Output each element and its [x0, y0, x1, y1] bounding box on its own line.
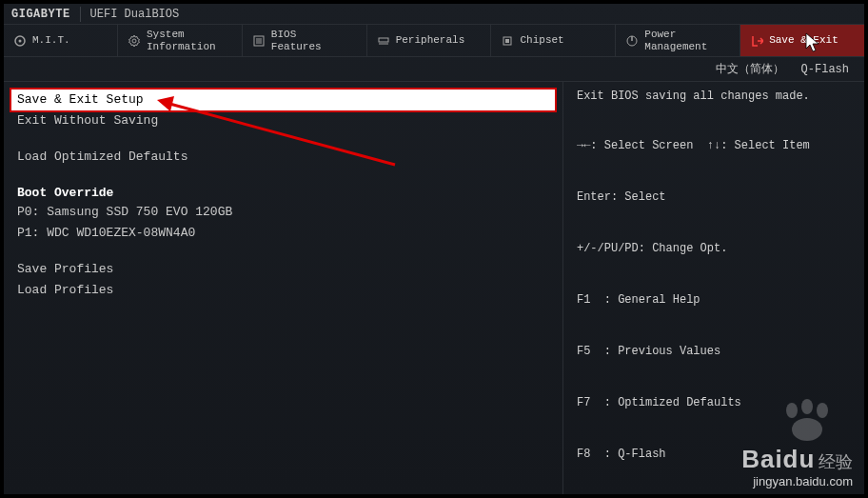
svg-point-1 [19, 39, 22, 42]
menu-save-exit-setup[interactable]: Save & Exit Setup [11, 90, 555, 110]
tab-peripherals[interactable]: Peripherals [367, 25, 492, 56]
brand-logo: GIGABYTE [11, 8, 70, 21]
divider [80, 7, 81, 22]
menu-save-profiles[interactable]: Save Profiles [4, 259, 562, 280]
legend-line: F5 : Previous Values [577, 343, 851, 360]
sub-toolbar: 中文（简体） Q-Flash [4, 57, 864, 82]
power-icon [625, 34, 639, 48]
spacer [4, 131, 562, 147]
svg-point-2 [132, 39, 136, 43]
exit-icon [750, 34, 763, 48]
menu-load-optimized-defaults[interactable]: Load Optimized Defaults [4, 147, 562, 168]
list-icon [252, 34, 266, 48]
help-description: Exit BIOS saving all changes made. [577, 90, 851, 103]
tab-chipset[interactable]: Chipset [491, 25, 616, 56]
main-content: Save & Exit Setup Exit Without Saving Lo… [4, 82, 864, 494]
legend-line: +/-/PU/PD: Change Opt. [577, 240, 851, 257]
qflash-button[interactable]: Q-Flash [801, 63, 849, 76]
menu-exit-without-saving[interactable]: Exit Without Saving [4, 110, 562, 131]
tab-label: M.I.T. [32, 34, 70, 46]
boot-override-p1[interactable]: P1: WDC WD10EZEX-08WN4A0 [4, 223, 562, 244]
boot-override-header: Boot Override [4, 184, 562, 202]
help-pane: Exit BIOS saving all changes made. →←: S… [562, 82, 864, 494]
tab-label: Save & Exit [769, 34, 838, 46]
legend-line: →←: Select Screen ↑↓: Select Item [577, 137, 851, 154]
tab-power-management[interactable]: Power Management [616, 25, 740, 56]
mit-icon [13, 34, 27, 48]
legend-line: F8 : Q-Flash [577, 446, 851, 463]
legend-line: Enter: Select [577, 189, 851, 206]
tab-label: Power Management [644, 29, 707, 51]
tab-mit[interactable]: M.I.T. [4, 25, 118, 56]
spacer [4, 169, 562, 184]
main-tabs: M.I.T. System Information BIOS Features … [4, 25, 864, 57]
tab-label: System Information [147, 29, 216, 51]
header-bar: GIGABYTE UEFI DualBIOS [4, 4, 864, 25]
language-selector[interactable]: 中文（简体） [716, 61, 784, 77]
bios-screen: GIGABYTE UEFI DualBIOS M.I.T. System Inf… [4, 4, 864, 494]
tab-label: BIOS Features [271, 29, 322, 51]
boot-override-p0[interactable]: P0: Samsung SSD 750 EVO 120GB [4, 202, 562, 223]
menu-pane: Save & Exit Setup Exit Without Saving Lo… [4, 82, 562, 494]
tab-save-exit[interactable]: Save & Exit [740, 25, 864, 56]
gear-icon [128, 34, 141, 48]
tab-bios-features[interactable]: BIOS Features [243, 25, 367, 56]
spacer [4, 244, 562, 259]
chip-icon [501, 34, 514, 48]
svg-rect-7 [379, 38, 388, 42]
device-icon [377, 34, 390, 48]
tab-system-information[interactable]: System Information [118, 25, 243, 56]
tab-label: Chipset [520, 34, 563, 46]
legend-line: F1 : General Help [577, 291, 851, 309]
menu-load-profiles[interactable]: Load Profiles [4, 280, 562, 301]
key-legend: →←: Select Screen ↑↓: Select Item Enter:… [577, 103, 851, 498]
tab-label: Peripherals [396, 34, 465, 46]
legend-line: F7 : Optimized Defaults [577, 394, 851, 411]
bios-name: UEFI DualBIOS [90, 8, 180, 21]
svg-rect-10 [505, 39, 509, 43]
